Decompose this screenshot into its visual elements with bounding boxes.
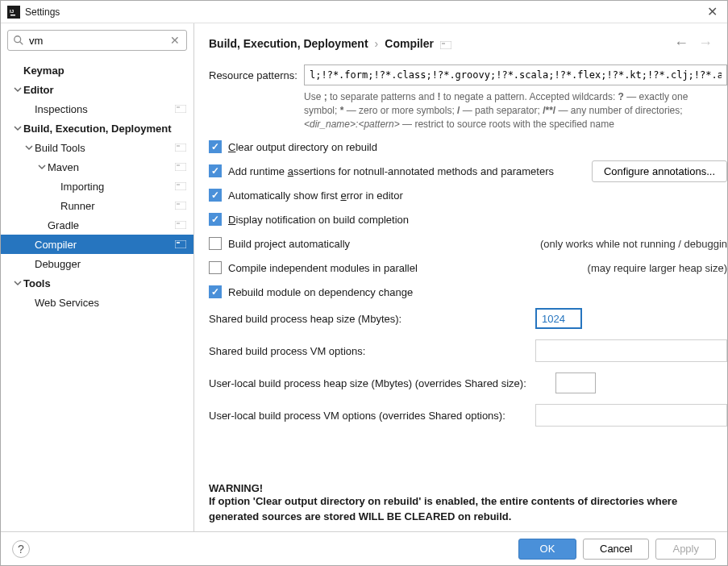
tree-item-keymap[interactable]: Keymap	[1, 60, 193, 80]
user-vm-input[interactable]	[535, 404, 727, 427]
configure-annotations-button[interactable]: Configure annotations...	[592, 160, 727, 182]
svg-rect-13	[177, 203, 180, 205]
svg-rect-6	[175, 144, 186, 152]
breadcrumb-parent[interactable]: Build, Execution, Deployment	[209, 37, 368, 50]
shared-vm-label: Shared build process VM options:	[209, 345, 535, 357]
svg-rect-12	[175, 202, 186, 210]
svg-text:IJ: IJ	[10, 9, 14, 14]
auto-show-error-checkbox[interactable]	[209, 189, 222, 202]
main-panel: Build, Execution, Deployment › Compiler …	[194, 23, 727, 531]
forward-button: →	[698, 35, 713, 52]
breadcrumb-separator: ›	[375, 37, 379, 50]
shared-vm-input[interactable]	[535, 339, 727, 362]
tree-item-build-exec-deploy[interactable]: Build, Execution, Deployment	[1, 119, 193, 138]
chevron-down-icon[interactable]	[12, 84, 23, 95]
display-notification-checkbox[interactable]	[209, 213, 222, 226]
build-auto-label[interactable]: Build project automatically	[228, 238, 350, 250]
project-badge-icon	[174, 143, 187, 152]
svg-rect-18	[440, 41, 451, 49]
svg-rect-10	[175, 182, 186, 190]
warning-title: WARNING!	[209, 482, 721, 494]
breadcrumb-current: Compiler	[385, 37, 434, 50]
user-heap-input[interactable]	[555, 372, 596, 393]
svg-rect-8	[175, 163, 186, 171]
warning-block: WARNING! If option 'Clear output directo…	[209, 482, 727, 523]
svg-rect-16	[175, 240, 186, 248]
runtime-assertions-label[interactable]: Add runtime assertions for notnull-annot…	[228, 165, 554, 177]
search-icon	[13, 35, 24, 46]
user-heap-label: User-local build process heap size (Mbyt…	[209, 377, 555, 389]
settings-form: Resource patterns: Use ; to separate pat…	[194, 60, 727, 531]
main-header: Build, Execution, Deployment › Compiler …	[194, 23, 727, 60]
titlebar: IJ Settings ✕	[1, 1, 727, 23]
chevron-down-icon[interactable]	[12, 123, 23, 134]
compile-parallel-label[interactable]: Compile independent modules in parallel	[228, 262, 418, 274]
project-badge-icon	[174, 239, 187, 249]
tree-item-compiler[interactable]: Compiler	[1, 235, 193, 254]
build-auto-checkbox[interactable]	[209, 237, 222, 250]
svg-rect-17	[177, 242, 180, 243]
shared-heap-label: Shared build process heap size (Mbytes):	[209, 313, 535, 325]
svg-line-3	[20, 42, 23, 45]
dialog-footer: ? OK Cancel Apply	[1, 531, 727, 565]
settings-tree: Keymap Editor Inspections Build, Executi…	[1, 57, 193, 531]
tree-item-debugger[interactable]: Debugger	[1, 254, 193, 273]
tree-item-build-tools[interactable]: Build Tools	[1, 138, 193, 157]
user-vm-label: User-local build process VM options (ove…	[209, 410, 535, 422]
back-button[interactable]: ←	[674, 35, 688, 52]
clear-search-icon[interactable]: ✕	[168, 34, 181, 47]
pattern-hint: Use ; to separate patterns and ! to nega…	[304, 90, 727, 131]
svg-rect-9	[177, 164, 180, 166]
svg-point-2	[15, 36, 21, 43]
ok-button[interactable]: OK	[518, 539, 576, 560]
window-title: Settings	[25, 6, 704, 18]
svg-rect-19	[442, 43, 445, 44]
chevron-down-icon[interactable]	[36, 161, 48, 173]
svg-rect-11	[177, 184, 180, 185]
tree-item-tools[interactable]: Tools	[1, 273, 193, 293]
tree-item-importing[interactable]: Importing	[1, 177, 193, 196]
nav-arrows: ← →	[674, 35, 713, 52]
runtime-assertions-checkbox[interactable]	[209, 164, 222, 177]
help-button[interactable]: ?	[12, 540, 30, 558]
shared-heap-input[interactable]	[535, 308, 582, 329]
warning-text: If option 'Clear output directory on reb…	[209, 494, 721, 523]
apply-button[interactable]: Apply	[655, 539, 716, 560]
tree-item-gradle[interactable]: Gradle	[1, 215, 193, 235]
tree-item-inspections[interactable]: Inspections	[1, 99, 193, 119]
search-input[interactable]	[29, 35, 168, 47]
sidebar: ✕ Keymap Editor Inspections Build, Execu…	[1, 23, 194, 531]
project-badge-icon	[174, 201, 187, 210]
rebuild-dep-label[interactable]: Rebuild module on dependency change	[228, 286, 413, 298]
rebuild-dep-checkbox[interactable]	[209, 285, 222, 298]
project-badge-icon	[174, 220, 187, 230]
svg-rect-5	[177, 106, 180, 108]
clear-output-checkbox[interactable]	[209, 140, 222, 153]
svg-rect-15	[177, 223, 180, 224]
display-notification-label[interactable]: Display notification on build completion	[228, 214, 409, 226]
svg-rect-14	[175, 221, 186, 229]
chevron-down-icon[interactable]	[12, 277, 23, 289]
breadcrumb: Build, Execution, Deployment › Compiler	[209, 37, 674, 50]
svg-rect-4	[175, 105, 186, 113]
resource-patterns-input[interactable]	[304, 65, 727, 85]
close-button[interactable]: ✕	[704, 2, 721, 21]
tree-item-runner[interactable]: Runner	[1, 196, 193, 215]
search-field[interactable]: ✕	[7, 30, 187, 51]
project-badge-icon	[440, 39, 453, 48]
compile-parallel-checkbox[interactable]	[209, 261, 222, 274]
svg-rect-0	[10, 15, 15, 16]
tree-item-web-services[interactable]: Web Services	[1, 293, 193, 312]
project-badge-icon	[174, 104, 187, 114]
clear-output-label[interactable]: Clear output directory on rebuild	[228, 141, 377, 153]
project-badge-icon	[174, 181, 187, 191]
chevron-down-icon[interactable]	[23, 142, 35, 153]
cancel-button[interactable]: Cancel	[583, 539, 649, 560]
tree-item-editor[interactable]: Editor	[1, 80, 193, 99]
app-icon: IJ	[7, 6, 20, 19]
compile-parallel-note: (may require larger heap size)	[580, 262, 727, 274]
auto-show-error-label[interactable]: Automatically show first error in editor	[228, 189, 403, 202]
resource-patterns-label: Resource patterns:	[209, 65, 304, 81]
project-badge-icon	[174, 162, 187, 172]
tree-item-maven[interactable]: Maven	[1, 157, 193, 177]
